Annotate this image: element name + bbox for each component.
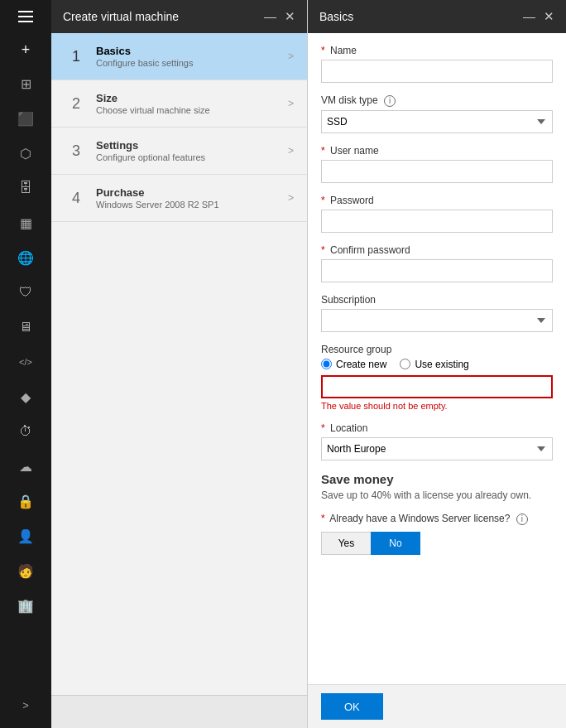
confirm-password-required-star: * xyxy=(321,244,325,256)
sidebar-collapse-button[interactable]: > xyxy=(0,690,51,720)
username-input[interactable] xyxy=(321,160,553,183)
radio-create-new[interactable]: Create new xyxy=(321,359,386,370)
database-icon: 🗄 xyxy=(19,181,32,195)
sidebar-icon-clock[interactable]: ⏱ xyxy=(0,414,51,449)
step-text-4: Purchase Windows Server 2008 R2 SP1 xyxy=(96,186,288,210)
license-required-star: * xyxy=(321,513,325,524)
radio-use-existing-label: Use existing xyxy=(415,359,468,370)
license-no-button[interactable]: No xyxy=(371,532,420,555)
location-label: * Location xyxy=(321,422,553,434)
license-yes-button[interactable]: Yes xyxy=(321,532,371,555)
apps-icon: ⬛ xyxy=(17,111,34,127)
step-desc-1: Configure basic settings xyxy=(96,58,288,68)
wizard-step-4[interactable]: 4 Purchase Windows Server 2008 R2 SP1 > xyxy=(51,175,307,222)
wizard-steps: 1 Basics Configure basic settings > 2 Si… xyxy=(51,33,307,695)
step-number-1: 1 xyxy=(65,45,88,68)
sidebar-icon-person[interactable]: 🧑 xyxy=(0,553,51,588)
step-chevron-4: > xyxy=(288,192,294,204)
step-title-1: Basics xyxy=(96,45,288,57)
password-required-star: * xyxy=(321,195,325,206)
subscription-select[interactable] xyxy=(321,309,553,332)
sidebar-icon-cloud[interactable]: ☁ xyxy=(0,449,51,484)
sidebar-icon-building[interactable]: 🏢 xyxy=(0,588,51,623)
license-group: * Already have a Windows Server license?… xyxy=(321,513,553,555)
sidebar-icon-apps[interactable]: ⬛ xyxy=(0,101,51,136)
step-desc-4: Windows Server 2008 R2 SP1 xyxy=(96,200,288,210)
vm-disk-type-group: VM disk type i SSD HDD xyxy=(321,94,553,133)
step-chevron-3: > xyxy=(288,145,294,157)
hamburger-button[interactable] xyxy=(0,0,51,33)
sidebar: + ⊞ ⬛ ⬡ 🗄 ▦ 🌐 🛡 🖥 </> ◆ ⏱ ☁ 🔒 👤 🧑 🏢 > xyxy=(0,0,51,728)
vm-disk-type-info-icon[interactable]: i xyxy=(384,95,396,107)
wizard-header-actions: — ✕ xyxy=(264,9,295,24)
sidebar-bottom: > xyxy=(0,690,51,728)
sidebar-icon-diamond[interactable]: ◆ xyxy=(0,379,51,414)
license-info-icon[interactable]: i xyxy=(516,513,528,525)
name-input[interactable] xyxy=(321,60,553,83)
step-desc-2: Choose virtual machine size xyxy=(96,105,288,115)
confirm-password-label: * Confirm password xyxy=(321,244,553,256)
radio-create-new-input[interactable] xyxy=(321,359,332,369)
step-number-3: 3 xyxy=(65,139,88,162)
password-group: * Password xyxy=(321,195,553,233)
sidebar-icon-monitor[interactable]: 🖥 xyxy=(0,310,51,345)
wizard-close-button[interactable]: ✕ xyxy=(285,9,295,24)
license-buttons: Yes No xyxy=(321,532,553,555)
server-icon: ▦ xyxy=(20,215,32,231)
step-text-2: Size Choose virtual machine size xyxy=(96,92,288,115)
license-label: * Already have a Windows Server license?… xyxy=(321,513,553,525)
radio-create-new-label: Create new xyxy=(336,359,386,370)
sidebar-icon-services[interactable]: ⬡ xyxy=(0,136,51,171)
sidebar-icon-server[interactable]: ▦ xyxy=(0,205,51,240)
step-number-2: 2 xyxy=(65,92,88,115)
hamburger-icon xyxy=(18,11,33,22)
username-label: * User name xyxy=(321,145,553,157)
sidebar-icons-list: ⊞ ⬛ ⬡ 🗄 ▦ 🌐 🛡 🖥 </> ◆ ⏱ ☁ 🔒 👤 🧑 🏢 xyxy=(0,66,51,690)
ok-button[interactable]: OK xyxy=(321,693,383,720)
shield-icon: 🛡 xyxy=(19,285,32,300)
sidebar-icon-code[interactable]: </> xyxy=(0,345,51,379)
form-close-button[interactable]: ✕ xyxy=(544,9,554,24)
radio-use-existing[interactable]: Use existing xyxy=(400,359,468,370)
form-header-actions: — ✕ xyxy=(523,9,554,24)
form-panel: Basics — ✕ * Name VM disk type i SSD HDD xyxy=(308,0,566,728)
wizard-header: Create virtual machine — ✕ xyxy=(51,0,307,33)
name-group: * Name xyxy=(321,45,553,83)
resource-group-input[interactable] xyxy=(321,375,553,398)
vm-disk-type-select[interactable]: SSD HDD xyxy=(321,110,553,133)
wizard-step-2[interactable]: 2 Size Choose virtual machine size > xyxy=(51,80,307,128)
sidebar-icon-lock[interactable]: 🔒 xyxy=(0,484,51,518)
step-chevron-1: > xyxy=(288,51,294,62)
sidebar-icon-globe[interactable]: 🌐 xyxy=(0,240,51,275)
resource-group-group: Resource group Create new Use existing T… xyxy=(321,344,553,411)
radio-use-existing-input[interactable] xyxy=(400,359,410,369)
confirm-password-input[interactable] xyxy=(321,259,553,282)
cloud-icon: ☁ xyxy=(19,459,32,475)
sidebar-icon-dashboard[interactable]: ⊞ xyxy=(0,66,51,101)
step-title-2: Size xyxy=(96,92,288,104)
subscription-group: Subscription xyxy=(321,294,553,332)
sidebar-icon-database[interactable]: 🗄 xyxy=(0,171,51,205)
lock-icon: 🔒 xyxy=(17,494,34,509)
password-label: * Password xyxy=(321,195,553,206)
wizard-minimize-button[interactable]: — xyxy=(264,9,276,24)
form-title: Basics xyxy=(319,10,353,23)
wizard-title: Create virtual machine xyxy=(63,10,179,23)
sidebar-icon-user-circle[interactable]: 👤 xyxy=(0,518,51,553)
wizard-step-3[interactable]: 3 Settings Configure optional features > xyxy=(51,128,307,175)
name-required-star: * xyxy=(321,45,325,56)
wizard-step-1[interactable]: 1 Basics Configure basic settings > xyxy=(51,33,307,80)
sidebar-icon-shield[interactable]: 🛡 xyxy=(0,275,51,310)
globe-icon: 🌐 xyxy=(17,250,34,266)
resource-group-label: Resource group xyxy=(321,344,553,355)
form-footer: OK xyxy=(308,684,566,728)
user-circle-icon: 👤 xyxy=(17,528,34,544)
password-input[interactable] xyxy=(321,210,553,233)
save-money-section: Save money Save up to 40% with a license… xyxy=(321,472,553,501)
location-select[interactable]: North Europe East US West Europe Southea… xyxy=(321,437,553,460)
form-minimize-button[interactable]: — xyxy=(523,9,535,24)
building-icon: 🏢 xyxy=(17,598,34,614)
add-button[interactable]: + xyxy=(0,33,51,66)
resource-group-input-wrapper: The value should not be empty. xyxy=(321,375,553,411)
step-text-3: Settings Configure optional features xyxy=(96,139,288,162)
